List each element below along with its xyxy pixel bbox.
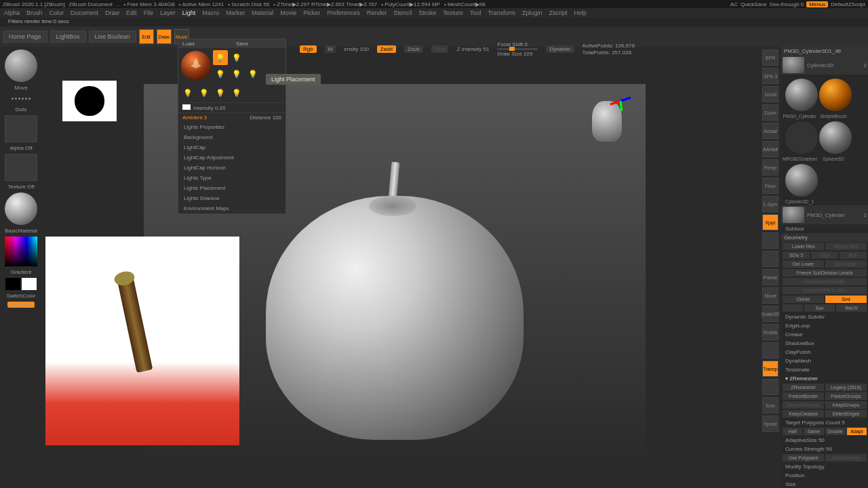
tool-thumb-0[interactable]: PM3D_Cylinder — [783, 76, 816, 119]
rgb-button[interactable]: Rgb — [300, 45, 317, 53]
menu-stencil[interactable]: Stencil — [393, 9, 412, 16]
bpr-button[interactable]: BPR — [762, 49, 778, 66]
floor-button[interactable]: Floor — [762, 178, 778, 194]
menu-document[interactable]: Document — [71, 9, 98, 16]
tessimate[interactable]: Tessimate — [781, 365, 868, 374]
menu-stroke[interactable]: Stroke — [418, 9, 436, 16]
draw-button[interactable]: Draw — [157, 29, 172, 44]
dynamic-button[interactable]: Dynamic — [546, 45, 574, 53]
light-1-icon[interactable]: 💡 — [213, 50, 228, 65]
lightcap-horizon[interactable]: LightCap Horizon — [178, 163, 285, 173]
smt[interactable]: Smt — [825, 296, 867, 303]
light-4-icon[interactable]: 💡 — [229, 66, 244, 81]
frame-button[interactable]: Frame — [762, 269, 778, 285]
rt-11[interactable] — [762, 251, 778, 267]
light-2-icon[interactable]: 💡 — [229, 50, 244, 65]
background[interactable]: Background — [178, 132, 285, 142]
transp-button[interactable]: Transp — [762, 361, 778, 377]
menu-material[interactable]: Material — [252, 9, 273, 16]
menu-zscript[interactable]: Zscript — [549, 9, 568, 16]
menu-brush[interactable]: Brush — [26, 9, 43, 16]
detectedges[interactable]: DetectEdges — [825, 410, 867, 418]
menu-macro[interactable]: Macro — [202, 9, 219, 16]
double[interactable]: Double — [825, 428, 846, 435]
rt-10[interactable] — [762, 232, 778, 249]
solo-button[interactable]: Solo — [762, 397, 778, 413]
spix-button[interactable]: SPix 3 — [762, 68, 778, 84]
tool-thumb-4[interactable]: Cylinder3D_1 — [783, 161, 816, 204]
shadowbox[interactable]: ShadowBox — [781, 339, 868, 348]
nav-gizmo[interactable] — [580, 87, 634, 155]
crease[interactable]: Crease — [781, 330, 868, 339]
size[interactable]: Size — [781, 480, 868, 488]
lightcap-adjustment[interactable]: LightCap Adjustment — [178, 152, 285, 163]
convert-bpr[interactable]: Convert BPR To Geo — [783, 287, 867, 294]
half[interactable]: Half — [783, 428, 802, 435]
claypolish[interactable]: ClayPolish — [781, 348, 868, 357]
freeze-subdiv[interactable]: Freeze SubDivision Levels — [783, 269, 867, 277]
environment-maps[interactable]: Environment Maps — [178, 203, 285, 214]
dynamic-subdiv[interactable]: Dynamic Subdiv — [781, 312, 868, 321]
curves-strength[interactable]: Curves Strength 50 — [781, 445, 868, 453]
lightcap[interactable]: LightCap — [178, 142, 285, 152]
zsub-button[interactable]: Zsub — [404, 45, 423, 53]
menu-texture[interactable]: Texture — [443, 9, 463, 16]
menu-color[interactable]: Color — [50, 9, 64, 16]
tool-thumb-2[interactable]: MRGBZGrabber — [783, 119, 816, 161]
divide[interactable]: Divide — [783, 296, 824, 303]
light-8-icon[interactable]: 💡 — [213, 85, 228, 100]
position[interactable]: Position — [781, 471, 868, 480]
material-preview[interactable] — [5, 192, 37, 225]
light-save-button[interactable]: Save — [232, 39, 285, 48]
color-swatch-primary[interactable] — [5, 278, 20, 290]
legacy-button[interactable]: Legacy (2018) — [825, 384, 867, 391]
scale3d-button[interactable]: Scale3D — [762, 306, 778, 322]
rotate-button[interactable]: Rotate — [762, 324, 778, 340]
rt-18[interactable] — [762, 379, 778, 395]
keepcreases[interactable]: KeepCreases — [783, 410, 824, 418]
menu-picker[interactable]: Picker — [303, 9, 320, 16]
stroke-dots-icon[interactable] — [12, 94, 31, 104]
freezegroups[interactable]: FreezeGroups — [825, 392, 867, 400]
subtool-section[interactable]: Subtool — [781, 224, 868, 233]
home-button[interactable]: Home Page — [3, 30, 47, 43]
current-tool[interactable]: Cylinder3D2 — [781, 56, 868, 75]
reference-image[interactable] — [45, 237, 239, 445]
lights-placement[interactable]: Lights Placement — [178, 183, 285, 193]
quicksave-button[interactable]: QuickSave — [741, 1, 767, 7]
target-polygons[interactable]: Target Polygons Count 5 — [781, 418, 868, 427]
reuv[interactable]: ReUV — [836, 304, 867, 312]
zoom-button[interactable]: Zoom — [762, 104, 778, 121]
menu-alpha[interactable]: Alpha — [4, 9, 20, 16]
rt-16[interactable] — [762, 342, 778, 359]
actual-button[interactable]: Actual — [762, 123, 778, 139]
menus-button[interactable]: Menus — [806, 1, 828, 7]
ambient-slider[interactable]: Ambient 3 — [182, 115, 207, 121]
del-higher[interactable]: Del Higher — [825, 260, 867, 268]
persp-button[interactable]: Persp — [762, 159, 778, 176]
focal-shift-slider[interactable] — [497, 48, 538, 50]
move3d-button[interactable]: Move — [762, 287, 778, 304]
menu-zplugin[interactable]: Zplugin — [522, 9, 542, 16]
zadd-button[interactable]: Zadd — [377, 45, 396, 53]
lightbox-button[interactable]: LightBox — [50, 30, 86, 43]
geometry-header[interactable]: Geometry — [781, 233, 868, 242]
alpha-thumbnail[interactable] — [62, 81, 117, 121]
subtool-current[interactable]: PM3D_Cylinder2 — [781, 205, 868, 224]
lights-shadow[interactable]: Lights Shadow — [178, 193, 285, 203]
zremesher-button[interactable]: ZRemesher — [783, 384, 824, 391]
menu-preferences[interactable]: Preferences — [327, 9, 360, 16]
liveboolean-button[interactable]: Live Boolean — [89, 30, 136, 43]
lights-type[interactable]: Lights Type — [178, 173, 285, 183]
lights-properties[interactable]: Lights Properties — [178, 122, 285, 132]
light-6-icon[interactable]: 💡 — [180, 85, 195, 100]
menu-transform[interactable]: Transform — [488, 9, 515, 16]
lsym-button[interactable]: L.Sym — [762, 196, 778, 212]
menu-light[interactable]: Light — [182, 9, 196, 16]
color-density[interactable]: ColorDensity — [825, 454, 867, 462]
light-7-icon[interactable]: 💡 — [197, 85, 212, 100]
dynamesh[interactable]: DynaMesh — [781, 357, 868, 365]
tool-thumb-3[interactable]: Sphere3D — [816, 119, 850, 161]
smoothgroups[interactable]: SmoothGroups — [783, 401, 824, 409]
menu-movie[interactable]: Movie — [280, 9, 296, 16]
